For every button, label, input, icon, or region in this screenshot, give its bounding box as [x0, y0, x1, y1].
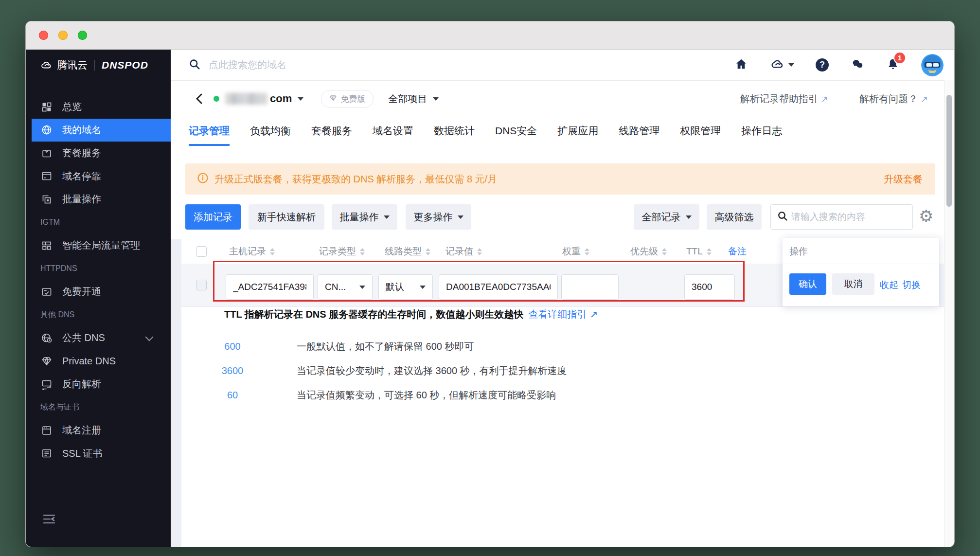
notifications-button[interactable]: 1 [886, 57, 900, 73]
record-type-select[interactable]: CN... [318, 274, 373, 300]
column-header-value[interactable]: 记录值 [445, 239, 482, 264]
tab-dns-security[interactable]: DNS安全 [495, 124, 537, 146]
column-header-priority[interactable]: 优先级 [630, 239, 667, 264]
collapse-link[interactable]: 收起 [880, 279, 898, 291]
help-icon[interactable]: ? [816, 58, 829, 72]
domain-search[interactable] [188, 58, 365, 72]
overview-grid-icon [41, 101, 53, 113]
tab-statistics[interactable]: 数据统计 [434, 124, 475, 146]
quick-resolve-button[interactable]: 新手快速解析 [249, 204, 324, 230]
ttl-input[interactable] [685, 275, 734, 299]
ttl-option-value[interactable]: 60 [218, 390, 247, 401]
batch-copy-icon [41, 194, 53, 205]
sidebar-item-my-domains[interactable]: 我的域名 [32, 119, 171, 142]
gear-icon[interactable]: ⚙ [919, 208, 933, 224]
avatar[interactable] [921, 54, 944, 76]
ttl-option-value[interactable]: 3600 [218, 365, 247, 377]
sidebar-item-domain-register[interactable]: 域名注册 [26, 419, 171, 442]
tab-plan-service[interactable]: 套餐服务 [311, 124, 352, 146]
sidebar-item-private-dns[interactable]: Private DNS [26, 350, 171, 373]
sidebar-section-httpdns: HTTPDNS [26, 257, 171, 281]
host-record-input[interactable] [226, 275, 313, 299]
plan-badge[interactable]: 免费版 [321, 90, 374, 108]
select-all-checkbox[interactable] [196, 246, 207, 257]
sort-icon[interactable] [707, 248, 712, 255]
sidebar-nav: 总览我的域名套餐服务域名停靠批量操作IGTM智能全局流量管理HTTPDNS免费开… [26, 95, 171, 465]
resolution-problem-link[interactable]: 解析有问题？↗ [859, 92, 928, 106]
tab-extensions[interactable]: 扩展应用 [557, 124, 598, 146]
tab-operation-logs[interactable]: 操作日志 [741, 124, 782, 146]
traffic-light-zoom-button[interactable] [78, 31, 87, 40]
sidebar-item-reverse-dns[interactable]: 反向解析 [26, 373, 171, 396]
back-button[interactable] [194, 93, 205, 105]
sidebar-item-global-traffic-manager[interactable]: 智能全局流量管理 [26, 234, 171, 257]
domain-search-input[interactable] [208, 59, 365, 71]
domain-status-dot [214, 96, 219, 102]
record-search-box[interactable] [770, 204, 913, 230]
column-header-type[interactable]: 记录类型 [319, 239, 365, 264]
wechat-icon[interactable] [850, 57, 865, 73]
record-search-input[interactable] [790, 211, 907, 223]
sidebar-item-plan-service[interactable]: 套餐服务 [26, 142, 171, 165]
external-link-icon: ↗ [587, 308, 598, 320]
sidebar-section-igtm: IGTM [26, 211, 171, 234]
app-window: 腾讯云 DNSPOD 总览我的域名套餐服务域名停靠批量操作IGTM智能全局流量管… [25, 21, 955, 547]
tab-record-manage[interactable]: 记录管理 [189, 124, 230, 146]
sidebar-item-label: 批量操作 [62, 193, 101, 206]
domain-dropdown-caret-icon[interactable] [298, 97, 303, 101]
scrollbar-thumb[interactable] [946, 95, 952, 207]
tab-load-balance[interactable]: 负载均衡 [250, 124, 291, 146]
sidebar-item-domain-parking[interactable]: 域名停靠 [26, 165, 171, 188]
console-switcher[interactable] [769, 57, 794, 73]
tab-domain-settings[interactable]: 域名设置 [373, 124, 413, 146]
sort-icon[interactable] [662, 248, 667, 255]
cancel-button[interactable]: 取消 [832, 273, 874, 295]
tab-line-manage[interactable]: 线路管理 [619, 124, 659, 146]
sidebar-section-other-dns: 其他 DNS [26, 304, 171, 327]
sidebar-collapse-button[interactable] [42, 514, 56, 526]
column-header-ttl[interactable]: TTL [686, 239, 712, 264]
weight-input[interactable] [562, 275, 618, 299]
bell-icon [886, 64, 900, 72]
column-header-line[interactable]: 线路类型 [385, 239, 430, 264]
gtm-icon [41, 240, 53, 251]
batch-operations-dropdown[interactable]: 批量操作 [332, 204, 397, 230]
sort-icon[interactable] [477, 248, 482, 255]
sort-icon[interactable] [360, 248, 365, 255]
row-checkbox[interactable] [196, 280, 207, 290]
chevron-down-icon [686, 215, 692, 219]
record-filter-dropdown[interactable]: 全部记录 [634, 204, 699, 230]
confirm-button[interactable]: 确认 [789, 273, 826, 295]
ttl-help-title: TTL 指解析记录在 DNS 服务器缓存的生存时间，数值越小则生效越快查看详细指… [224, 308, 598, 321]
upgrade-plan-link[interactable]: 升级套餐 [884, 173, 923, 186]
notification-badge: 1 [893, 52, 906, 64]
chevron-down-icon [145, 333, 154, 341]
project-filter-dropdown[interactable]: 全部项目 [388, 92, 439, 106]
sidebar-item-ssl-cert[interactable]: SSL 证书 [26, 442, 171, 466]
sort-icon[interactable] [270, 248, 275, 255]
advanced-filter-button[interactable]: 高级筛选 [707, 204, 762, 230]
home-icon[interactable] [734, 57, 748, 73]
sort-icon[interactable] [426, 248, 430, 255]
column-header-host[interactable]: 主机记录 [229, 239, 275, 264]
ttl-option-value[interactable]: 600 [218, 341, 247, 352]
help-guide-link[interactable]: 解析记录帮助指引↗ [740, 92, 828, 106]
ttl-detail-guide-link[interactable]: 查看详细指引 ↗ [528, 309, 598, 320]
vertical-scrollbar[interactable] [944, 80, 954, 547]
more-operations-dropdown[interactable]: 更多操作 [406, 204, 471, 230]
tab-permission-manage[interactable]: 权限管理 [680, 124, 721, 146]
switch-link[interactable]: 切换 [902, 279, 921, 291]
sidebar-item-public-dns[interactable]: 公共 DNS [26, 326, 171, 350]
line-type-select[interactable]: 默认 [378, 274, 433, 300]
free-activate-icon [41, 286, 53, 298]
sort-icon[interactable] [585, 248, 589, 255]
sidebar-item-free-activate[interactable]: 免费开通 [26, 280, 171, 304]
sidebar-item-batch-operations[interactable]: 批量操作 [26, 188, 171, 211]
traffic-light-minimize-button[interactable] [58, 31, 68, 40]
record-value-input[interactable] [439, 275, 557, 299]
brand-logo[interactable]: 腾讯云 DNSPOD [26, 50, 171, 80]
column-header-weight[interactable]: 权重 [562, 239, 589, 264]
traffic-light-close-button[interactable] [39, 31, 48, 40]
add-record-button[interactable]: 添加记录 [185, 204, 241, 230]
sidebar-item-overview[interactable]: 总览 [26, 95, 171, 119]
